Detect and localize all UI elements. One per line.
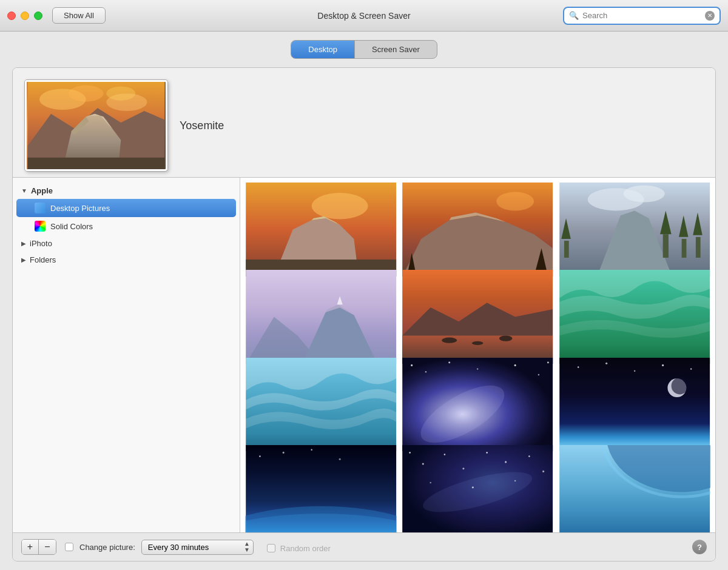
svg-point-73 (422, 463, 424, 464)
svg-point-72 (410, 452, 411, 453)
tab-desktop[interactable]: Desktop (291, 41, 355, 58)
svg-point-51 (477, 368, 478, 369)
change-picture-label: Change picture: (79, 543, 135, 552)
svg-rect-26 (662, 234, 668, 258)
bottom-bar: + − Change picture: Every 5 seconds Ever… (13, 532, 715, 561)
svg-point-68 (339, 458, 341, 460)
random-order-label: Random order (280, 544, 331, 553)
sidebar-item-desktop-pictures[interactable]: Desktop Pictures (16, 199, 236, 217)
add-button[interactable]: + (22, 540, 39, 554)
change-picture-row: Change picture: Every 5 seconds Every 1 … (65, 540, 254, 555)
svg-point-57 (578, 366, 579, 367)
wallpaper-item-4[interactable] (244, 269, 398, 365)
remove-button[interactable]: − (39, 540, 56, 554)
triangle-right-icon-2: ▶ (21, 256, 26, 263)
svg-point-52 (514, 364, 516, 366)
triangle-right-icon: ▶ (21, 240, 26, 247)
svg-point-66 (283, 452, 285, 454)
wallpaper-name: Yosemite (180, 119, 224, 132)
wallpaper-item-6[interactable] (558, 269, 712, 365)
sidebar-item-solid-colors-label: Solid Colors (50, 222, 93, 231)
color-wheel-icon (35, 221, 46, 232)
svg-point-50 (448, 361, 450, 363)
svg-rect-32 (564, 241, 569, 258)
svg-point-58 (605, 362, 607, 364)
svg-point-44 (499, 336, 513, 341)
sidebar-group-apple[interactable]: ▼ Apple (13, 183, 240, 199)
svg-point-49 (425, 371, 426, 372)
svg-point-67 (311, 449, 312, 450)
random-order-checkbox[interactable] (267, 544, 275, 552)
svg-point-48 (411, 364, 413, 366)
search-clear-button[interactable]: ✕ (705, 11, 715, 21)
maximize-button[interactable] (34, 12, 42, 20)
wallpaper-item-3[interactable] (558, 181, 712, 278)
wallpaper-item-5[interactable] (400, 269, 554, 365)
panel: Yosemite ▼ Apple Desktop Pictures S (12, 67, 716, 562)
svg-point-12 (312, 193, 368, 219)
search-box: 🔍 ✕ (563, 7, 721, 25)
show-all-button[interactable]: Show All (52, 7, 106, 24)
wallpaper-item-9[interactable] (558, 357, 712, 453)
change-picture-checkbox[interactable] (65, 543, 73, 551)
wallpaper-item-10[interactable] (244, 444, 398, 532)
svg-point-43 (472, 341, 484, 345)
search-input[interactable] (582, 11, 705, 20)
wallpaper-item-12[interactable] (558, 444, 712, 532)
traffic-lights (7, 12, 42, 20)
sidebar-item-iphoto-label: iPhoto (30, 239, 52, 248)
window-title: Desktop & Screen Saver (317, 11, 410, 21)
svg-point-74 (444, 454, 445, 455)
svg-point-24 (623, 186, 664, 203)
sidebar-item-folders[interactable]: ▶ Folders (13, 252, 240, 268)
svg-point-60 (662, 364, 664, 366)
tab-screensaver[interactable]: Screen Saver (355, 41, 437, 58)
svg-rect-30 (696, 237, 701, 258)
svg-point-53 (538, 374, 539, 375)
wallpaper-item-2[interactable] (400, 181, 554, 278)
svg-point-2 (69, 86, 104, 102)
sidebar-group-apple-label: Apple (31, 186, 53, 195)
close-button[interactable] (7, 12, 16, 20)
wallpaper-item-1[interactable] (244, 181, 398, 278)
svg-point-80 (430, 481, 431, 483)
svg-point-59 (634, 370, 635, 371)
svg-point-79 (542, 471, 544, 472)
svg-point-77 (505, 461, 507, 463)
svg-point-10 (106, 87, 135, 101)
svg-point-76 (487, 452, 488, 453)
svg-point-19 (496, 192, 534, 210)
tab-bar: Desktop Screen Saver (12, 40, 716, 59)
tab-group: Desktop Screen Saver (291, 40, 437, 59)
svg-rect-56 (559, 358, 710, 452)
svg-point-54 (547, 361, 549, 363)
interval-select-wrapper: Every 5 seconds Every 1 minute Every 5 m… (141, 540, 254, 555)
triangle-down-icon: ▼ (21, 187, 27, 194)
preview-thumbnail[interactable] (25, 80, 167, 171)
wallpaper-item-11[interactable] (400, 444, 554, 532)
help-button[interactable]: ? (692, 540, 707, 554)
sidebar-item-desktop-pictures-label: Desktop Pictures (50, 204, 110, 213)
wallpaper-item-7[interactable] (244, 357, 398, 453)
interval-select[interactable]: Every 5 seconds Every 1 minute Every 5 m… (141, 540, 254, 555)
wallpaper-item-8[interactable] (400, 357, 554, 453)
add-remove-buttons: + − (21, 539, 56, 555)
sidebar-item-iphoto[interactable]: ▶ iPhoto (13, 235, 240, 252)
preview-section: Yosemite (13, 68, 715, 177)
sidebar: ▼ Apple Desktop Pictures Solid Colors ▶ … (13, 178, 240, 532)
search-icon: 🔍 (569, 11, 579, 20)
wallpaper-grid (240, 178, 715, 532)
minimize-button[interactable] (21, 12, 29, 20)
main-content: Desktop Screen Saver (0, 32, 728, 570)
titlebar: Show All Desktop & Screen Saver 🔍 ✕ (0, 0, 728, 32)
svg-point-42 (442, 338, 457, 343)
folder-icon (35, 203, 46, 213)
svg-point-61 (690, 368, 692, 369)
svg-rect-28 (681, 239, 686, 258)
svg-point-65 (259, 455, 260, 457)
svg-point-75 (463, 468, 465, 469)
random-order-row: Random order (267, 544, 331, 553)
sidebar-item-folders-label: Folders (30, 255, 56, 264)
sidebar-item-solid-colors[interactable]: Solid Colors (13, 217, 240, 235)
svg-point-63 (671, 377, 688, 394)
